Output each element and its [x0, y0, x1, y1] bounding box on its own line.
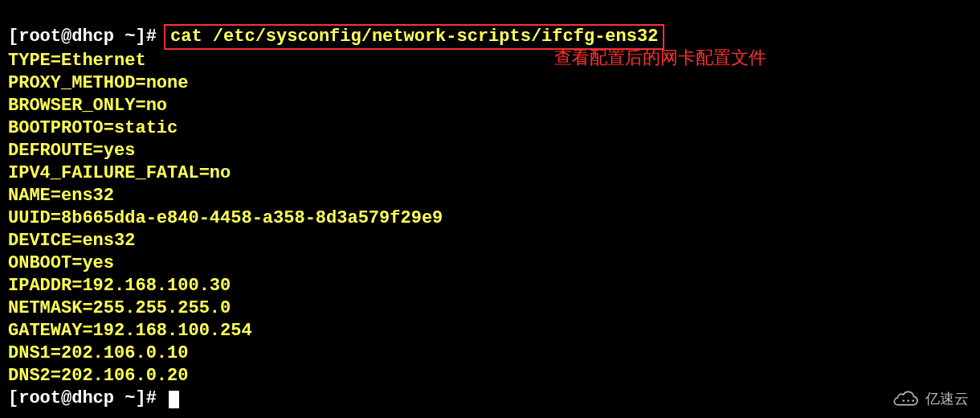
config-line: IPADDR=192.168.100.30 — [8, 276, 231, 296]
config-line: NAME=ens32 — [8, 186, 114, 206]
config-line: IPV4_FAILURE_FATAL=no — [8, 163, 231, 183]
config-line: DEFROUTE=yes — [8, 141, 135, 161]
svg-point-0 — [903, 400, 905, 402]
config-line: DNS1=202.106.0.10 — [8, 343, 188, 363]
config-line: GATEWAY=192.168.100.254 — [8, 321, 252, 341]
config-line: BOOTPROTO=static — [8, 118, 178, 138]
shell-prompt: [root@dhcp ~]# — [8, 388, 157, 408]
annotation-label: 查看配置后的网卡配置文件 — [554, 47, 766, 69]
config-line: BROWSER_ONLY=no — [8, 96, 167, 116]
terminal-output[interactable]: [root@dhcp ~]# cat /etc/sysconfig/networ… — [8, 2, 972, 410]
config-line: NETMASK=255.255.255.0 — [8, 298, 231, 318]
terminal-cursor — [169, 391, 179, 408]
config-line: TYPE=Ethernet — [8, 51, 146, 71]
config-line: PROXY_METHOD=none — [8, 73, 188, 93]
svg-point-1 — [907, 400, 909, 402]
cloud-icon — [893, 390, 921, 408]
command-text: cat /etc/sysconfig/network-scripts/ifcfg… — [170, 27, 658, 47]
svg-point-2 — [912, 400, 914, 402]
config-line: DNS2=202.106.0.20 — [8, 366, 188, 386]
config-line: DEVICE=ens32 — [8, 231, 135, 251]
watermark: 亿速云 — [893, 387, 969, 410]
config-line: UUID=8b665dda-e840-4458-a358-8d3a579f29e… — [8, 208, 443, 228]
watermark-text: 亿速云 — [925, 387, 969, 410]
shell-prompt: [root@dhcp ~]# — [8, 27, 157, 47]
config-line: ONBOOT=yes — [8, 253, 114, 273]
